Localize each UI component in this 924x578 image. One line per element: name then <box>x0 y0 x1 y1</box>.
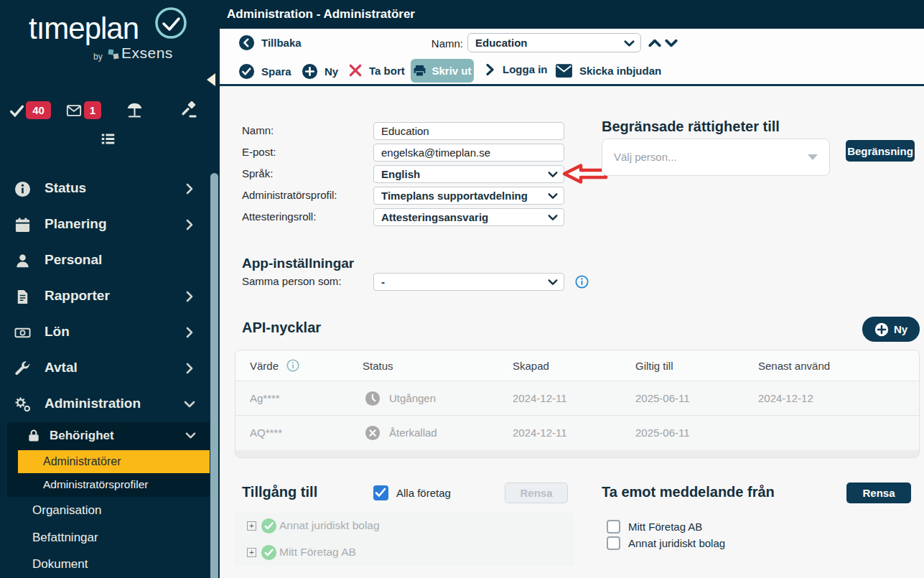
sidebar-item-lon[interactable]: Lön <box>0 314 220 350</box>
printer-icon <box>413 64 426 78</box>
clock-icon <box>154 6 188 40</box>
green-check-icon <box>261 518 277 534</box>
money-icon <box>14 325 31 341</box>
sidebar-item-administratorsprofiler[interactable]: Administratörsprofiler <box>18 473 210 496</box>
delete-button[interactable]: Ta bort <box>348 63 405 78</box>
admin-profile-select-value: Timeplans supportavdelning <box>381 190 528 202</box>
chevron-right-icon <box>184 291 195 302</box>
login-button[interactable]: Logga in <box>485 63 548 75</box>
table-row[interactable]: Ag**** Utgången 2024-12-11 2025-06-11 20… <box>235 381 919 416</box>
sidebar-item-label: Administration <box>45 396 141 411</box>
api-keys-table: Värde Status Skapad Giltig till Senast a… <box>235 350 920 458</box>
sidebar-collapse-arrow[interactable] <box>207 73 215 86</box>
document-icon <box>14 289 31 305</box>
sidebar-item-personal[interactable]: Personal <box>0 243 220 279</box>
chevron-right-icon <box>184 363 195 374</box>
delete-label: Ta bort <box>369 65 405 77</box>
created-date: 2024-12-11 <box>513 392 567 404</box>
info-icon[interactable] <box>575 275 589 289</box>
print-button[interactable]: Skriv ut <box>411 59 474 83</box>
limitation-button[interactable]: Begränsning <box>846 140 915 162</box>
tree-item-label[interactable]: Mitt Företag AB <box>279 546 356 559</box>
all-companies-checkbox[interactable] <box>373 485 388 500</box>
app-settings-title: App-inställningar <box>242 256 354 271</box>
content-area: Namn: E-post: Språk: English Administrat… <box>220 88 924 578</box>
api-key-value: AQ**** <box>250 426 282 439</box>
sidebar-item-planering[interactable]: Planering <box>0 207 220 243</box>
send-invite-button[interactable]: Skicka inbjudan <box>555 63 661 78</box>
gears-icon <box>14 396 31 413</box>
previous-record-button[interactable] <box>648 37 661 50</box>
table-row[interactable]: AQ**** Återkallad 2024-12-11 2025-06-11 <box>235 416 919 450</box>
api-key-new-button[interactable]: Ny <box>862 317 920 342</box>
mail-icon[interactable] <box>65 103 83 118</box>
next-record-button[interactable] <box>665 37 678 50</box>
tasks-check-icon[interactable] <box>9 103 24 118</box>
green-check-icon <box>261 544 277 561</box>
save-button[interactable]: Spara <box>238 63 291 80</box>
check-circle-icon <box>238 63 255 80</box>
company-checkbox[interactable] <box>607 520 620 533</box>
new-button[interactable]: Ny <box>302 63 338 80</box>
person-select[interactable]: Välj person... <box>602 139 830 176</box>
last-used-date: 2024-12-12 <box>758 392 813 404</box>
sidebar-item-organisation[interactable]: Organisation <box>32 503 101 518</box>
admin-profile-select[interactable]: Timeplans supportavdelning <box>373 187 564 205</box>
dropdown-arrow-icon <box>808 154 818 160</box>
sidebar-item-befattningar[interactable]: Befattningar <box>32 531 98 545</box>
company-checkbox-label: Annat juridiskt bolag <box>628 537 725 549</box>
valid-until-date: 2025-06-11 <box>635 426 690 439</box>
company-checkbox[interactable] <box>607 536 620 550</box>
language-select[interactable]: English <box>373 165 564 183</box>
column-header-valid-until: Giltig till <box>635 360 673 372</box>
sidebar-item-dokument[interactable]: Dokument <box>32 557 88 572</box>
plus-circle-icon <box>874 322 889 337</box>
gavel-icon[interactable] <box>180 101 197 118</box>
back-button[interactable]: Tillbaka <box>238 34 302 51</box>
attest-role-select[interactable]: Attesteringsansvarig <box>373 208 564 226</box>
info-icon[interactable] <box>286 359 299 372</box>
tasks-badge[interactable]: 40 <box>26 101 51 119</box>
access-title: Tillgång till <box>242 484 317 500</box>
toolbar: Tillbaka Namn: Education Spara Ny <box>220 29 924 86</box>
tree-item-label[interactable]: Annat juridiskt bolag <box>279 519 380 532</box>
sidebar-item-label: Planering <box>45 216 107 232</box>
chevron-down-icon <box>185 430 196 441</box>
column-header-value: Värde <box>250 360 279 372</box>
expand-plus-icon[interactable]: + <box>247 548 256 557</box>
same-person-select[interactable]: - <box>373 273 564 291</box>
record-select[interactable]: Education <box>467 33 641 52</box>
chevron-right-icon <box>184 183 195 195</box>
sidebar-item-label: Avtal <box>45 360 78 376</box>
person-icon <box>14 253 31 269</box>
name-field[interactable] <box>373 122 564 140</box>
mail-badge[interactable]: 1 <box>84 101 101 119</box>
sidebar-item-rapporter[interactable]: Rapporter <box>0 279 220 314</box>
sidebar-scrollbar[interactable] <box>210 173 218 578</box>
login-label: Logga in <box>503 63 548 75</box>
list-icon[interactable] <box>101 131 116 146</box>
chevron-down-icon <box>548 169 558 180</box>
expand-plus-icon[interactable]: + <box>247 521 256 531</box>
info-icon <box>14 181 31 197</box>
brand-logo: tımeplan <box>29 11 139 46</box>
x-icon <box>348 63 363 78</box>
behorighet-submenu: Behörighet Administratörer Administratör… <box>7 422 210 497</box>
messages-clear-button[interactable]: Rensa <box>846 483 911 503</box>
sidebar-item-administration[interactable]: Administration <box>0 386 220 422</box>
chevron-down-icon <box>184 398 195 410</box>
email-field[interactable] <box>373 144 564 162</box>
sidebar-item-behorighet[interactable]: Behörighet <box>7 422 210 449</box>
access-clear-button[interactable]: Rensa <box>505 483 568 503</box>
sidebar-item-label: Status <box>45 180 86 196</box>
sidebar-item-status[interactable]: Status <box>0 171 220 207</box>
tree-item: + Annat juridiskt bolag <box>235 513 574 539</box>
lock-icon <box>27 429 41 443</box>
vacation-umbrella-icon[interactable] <box>126 101 144 119</box>
sidebar-item-administratorer-selected[interactable]: Administratörer <box>18 450 210 473</box>
quick-icon-row: 40 1 <box>0 99 220 122</box>
back-circle-icon <box>238 34 255 51</box>
chevron-down-icon <box>548 213 558 223</box>
sidebar-item-avtal[interactable]: Avtal <box>0 350 220 386</box>
attest-role-field-label: Attesteringsroll: <box>242 210 316 223</box>
